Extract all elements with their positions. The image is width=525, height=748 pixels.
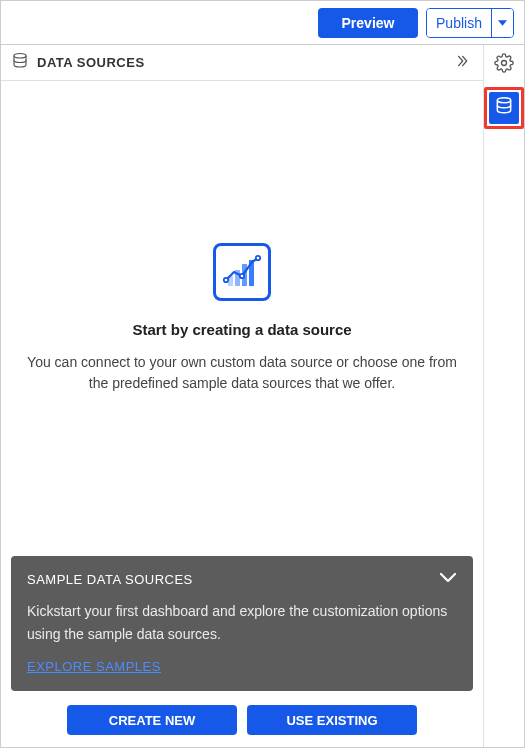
database-icon (11, 52, 29, 74)
preview-button[interactable]: Preview (318, 8, 418, 38)
chart-illustration (213, 243, 271, 301)
settings-button[interactable] (490, 51, 518, 79)
data-sources-panel: DATA SOURCES (1, 45, 484, 747)
right-rail (484, 45, 524, 747)
database-icon (494, 96, 514, 120)
bottom-actions: CREATE NEW USE EXISTING (1, 701, 483, 747)
sample-card-title: SAMPLE DATA SOURCES (27, 572, 193, 587)
publish-dropdown-button[interactable] (491, 9, 513, 37)
workspace: DATA SOURCES (1, 45, 524, 747)
gear-icon (494, 53, 514, 77)
svg-point-5 (224, 278, 228, 282)
explore-samples-link[interactable]: EXPLORE SAMPLES (27, 659, 161, 674)
svg-point-8 (502, 61, 507, 66)
top-bar: Preview Publish (1, 1, 524, 45)
chevrons-right-icon (454, 53, 470, 73)
empty-state-title: Start by creating a data source (132, 321, 351, 338)
chevron-down-icon (439, 570, 457, 588)
publish-button-group: Publish (426, 8, 514, 38)
use-existing-button[interactable]: USE EXISTING (247, 705, 417, 735)
svg-point-9 (497, 98, 510, 103)
sample-data-sources-card: SAMPLE DATA SOURCES Kickstart your first… (11, 556, 473, 691)
panel-header: DATA SOURCES (1, 45, 483, 81)
svg-point-6 (240, 274, 244, 278)
panel-title: DATA SOURCES (37, 55, 443, 70)
publish-button[interactable]: Publish (427, 9, 491, 37)
create-new-button[interactable]: CREATE NEW (67, 705, 237, 735)
empty-state-description: You can connect to your own custom data … (19, 352, 465, 394)
data-sources-rail-button[interactable] (484, 87, 524, 129)
empty-state: Start by creating a data source You can … (1, 81, 483, 556)
sample-card-header: SAMPLE DATA SOURCES (27, 570, 457, 588)
svg-point-7 (256, 256, 260, 260)
caret-down-icon (498, 17, 507, 28)
sample-card-description: Kickstart your first dashboard and explo… (27, 600, 457, 645)
panel-body: Start by creating a data source You can … (1, 81, 483, 747)
svg-point-0 (14, 53, 26, 58)
sample-card-toggle[interactable] (439, 570, 457, 588)
collapse-panel-button[interactable] (451, 52, 473, 74)
